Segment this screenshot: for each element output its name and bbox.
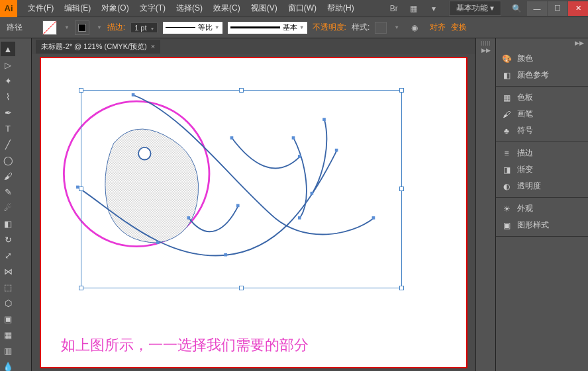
search-icon[interactable]: 🔍 (509, 3, 524, 15)
document-tab-strip: 未标题-2* @ 121% (CMYK/预览) × (32, 38, 475, 54)
panel-column: ▶▶ 🎨颜色 ◧颜色参考 ▦色板 🖌画笔 ♣符号 ≡描边 ◨渐变 ◐透明度 ☀外… (495, 38, 588, 371)
toolbox: ▲ ▷ ✦ ⌇ ✒ T ╱ ◯ 🖌 ✎ ☄ ◧ ↻ ⤢ ⋈ ⬚ ⬡ ▣ ▦ ▥ … (0, 38, 32, 371)
color-guide-icon: ◧ (501, 70, 512, 81)
selection-handle-nw[interactable] (79, 88, 83, 93)
gradient-icon: ◨ (501, 165, 512, 175)
pencil-tool[interactable]: ✎ (1, 185, 15, 199)
panel-transparency[interactable]: ◐透明度 (496, 178, 588, 194)
free-transform-tool[interactable]: ⬚ (1, 280, 15, 294)
menu-view[interactable]: 视图(V) (246, 3, 283, 14)
panel-gradient[interactable]: ◨渐变 (496, 161, 588, 178)
type-tool[interactable]: T (1, 121, 15, 136)
selection-handle-e[interactable] (399, 186, 404, 191)
document-tab-close[interactable]: × (151, 42, 155, 50)
mesh-tool[interactable]: ▦ (1, 327, 15, 342)
rotate-tool[interactable]: ↻ (1, 232, 15, 247)
arrange-arrow-icon[interactable]: ▾ (426, 3, 442, 15)
panel-dock-strip: ▶▶ (475, 38, 495, 371)
blob-brush-tool[interactable]: ☄ (1, 200, 15, 215)
scale-tool[interactable]: ⤢ (1, 248, 15, 263)
selection-handle-sw[interactable] (79, 286, 83, 290)
fill-swatch[interactable] (42, 21, 57, 35)
paintbrush-tool[interactable]: 🖌 (1, 169, 15, 183)
window-controls: — ☐ ✕ (526, 1, 588, 16)
align-label[interactable]: 对齐 (430, 22, 446, 33)
document-tab-title: 未标题-2* @ 121% (CMYK/预览) (41, 42, 147, 52)
menu-file[interactable]: 文件(F) (23, 3, 59, 14)
selection-handle-ne[interactable] (399, 88, 404, 93)
transparency-icon: ◐ (501, 181, 512, 192)
menu-select[interactable]: 选择(S) (171, 3, 208, 14)
perspective-tool[interactable]: ▣ (1, 311, 15, 326)
eyedropper-tool[interactable]: 💧 (1, 359, 15, 371)
ellipse-tool[interactable]: ◯ (1, 153, 15, 167)
selection-handle-se[interactable] (399, 286, 404, 290)
magic-wand-tool[interactable]: ✦ (1, 73, 15, 88)
direct-selection-tool[interactable]: ▷ (1, 58, 15, 72)
dock-grip-icon[interactable] (481, 41, 491, 46)
shape-builder-tool[interactable]: ⬡ (1, 296, 15, 310)
eraser-tool[interactable]: ◧ (1, 216, 15, 231)
workspace-switcher[interactable]: 基本功能 ▾ (449, 1, 501, 16)
palette-icon: 🎨 (501, 54, 512, 64)
bridge-icon[interactable]: Br (386, 3, 402, 15)
menu-edit[interactable]: 编辑(E) (59, 3, 96, 14)
variable-width-profile[interactable]: 等比▼ (163, 22, 222, 34)
menu-effect[interactable]: 效果(C) (208, 3, 246, 14)
stroke-icon: ≡ (501, 148, 512, 159)
selection-tool[interactable]: ▲ (1, 42, 15, 56)
titlebar: Ai 文件(F) 编辑(E) 对象(O) 文字(T) 选择(S) 效果(C) 视… (0, 0, 588, 17)
options-bar: 路径 ▼ ▼ 描边: 1 pt ▾ 等比▼ 基本▼ 不透明度: 样式: ▼ ◉ … (0, 17, 588, 38)
selection-handle-s[interactable] (239, 286, 244, 290)
panel-stroke[interactable]: ≡描边 (496, 145, 588, 161)
canvas[interactable]: 如上图所示，一一选择我们需要的部分 (40, 57, 467, 368)
pen-tool[interactable]: ✒ (1, 105, 15, 120)
style-label: 样式: (352, 22, 369, 33)
stroke-swatch[interactable] (75, 21, 89, 35)
panel-symbols[interactable]: ♣符号 (496, 122, 588, 139)
workspace-label: 基本功能 (456, 3, 488, 13)
recolor-icon[interactable]: ◉ (407, 22, 422, 34)
dock-collapse-icon[interactable]: ▶▶ (481, 47, 491, 54)
panels-collapse-icon[interactable]: ▶▶ (575, 40, 584, 46)
window-maximize[interactable]: ☐ (548, 1, 567, 16)
width-tool[interactable]: ⋈ (1, 264, 15, 278)
document-tab[interactable]: 未标题-2* @ 121% (CMYK/预览) × (36, 40, 160, 54)
window-minimize[interactable]: — (527, 1, 547, 16)
panel-graphic-styles[interactable]: ▣图形样式 (496, 217, 588, 233)
style-dropdown-icon[interactable]: ▼ (394, 24, 399, 30)
lasso-tool[interactable]: ⌇ (1, 89, 15, 104)
stroke-weight-input[interactable]: 1 pt ▾ (130, 22, 157, 33)
transform-label[interactable]: 变换 (451, 22, 467, 33)
selection-bounding-box[interactable] (81, 90, 402, 288)
panel-brushes[interactable]: 🖌画笔 (496, 106, 588, 122)
fill-dropdown-icon[interactable]: ▼ (64, 24, 70, 30)
line-tool[interactable]: ╱ (1, 137, 15, 151)
selection-handle-n[interactable] (239, 88, 244, 93)
stroke-dropdown-icon[interactable]: ▼ (97, 24, 102, 30)
symbols-icon: ♣ (501, 126, 512, 136)
menu-type[interactable]: 文字(T) (134, 3, 171, 14)
arrange-icon[interactable]: ▦ (406, 3, 422, 15)
brush-definition[interactable]: 基本▼ (228, 22, 307, 34)
menu-window[interactable]: 窗口(W) (283, 3, 322, 14)
menu-help[interactable]: 帮助(H) (322, 3, 360, 14)
menu-object[interactable]: 对象(O) (96, 3, 134, 14)
style-swatch[interactable] (375, 22, 387, 34)
selection-type-label: 路径 (7, 22, 23, 33)
brushes-icon: 🖌 (501, 109, 512, 120)
panel-swatches[interactable]: ▦色板 (496, 89, 588, 106)
opacity-label[interactable]: 不透明度: (313, 22, 346, 33)
selection-handle-w[interactable] (79, 186, 83, 191)
graphic-styles-icon: ▣ (501, 220, 512, 231)
gradient-tool[interactable]: ▥ (1, 343, 15, 358)
panel-color[interactable]: 🎨颜色 (496, 50, 588, 67)
window-close[interactable]: ✕ (568, 1, 588, 16)
panel-appearance[interactable]: ☀外观 (496, 200, 588, 217)
stroke-label[interactable]: 描边: (107, 22, 125, 33)
panel-color-guide[interactable]: ◧颜色参考 (496, 67, 588, 83)
app-logo: Ai (0, 0, 17, 17)
menubar: 文件(F) 编辑(E) 对象(O) 文字(T) 选择(S) 效果(C) 视图(V… (17, 3, 384, 14)
appearance-icon: ☀ (501, 204, 512, 214)
swatches-icon: ▦ (501, 93, 512, 103)
